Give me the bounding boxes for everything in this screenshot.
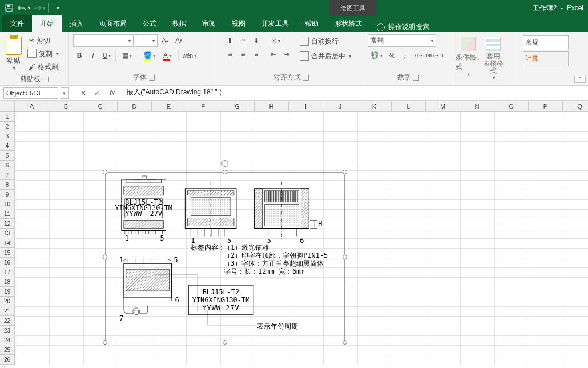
number-format-combo[interactable]: 常规▾ xyxy=(368,34,436,47)
tab-data[interactable]: 数据 xyxy=(164,15,194,32)
decrease-font-icon[interactable]: A▾ xyxy=(172,34,185,47)
col-header[interactable]: H xyxy=(255,101,289,112)
alignment-dialog-launcher[interactable] xyxy=(303,75,309,81)
align-center-icon[interactable]: ≡ xyxy=(237,48,249,61)
row-header[interactable]: 6 xyxy=(0,161,15,170)
row-header[interactable]: 13 xyxy=(0,229,15,238)
row-header[interactable]: 22 xyxy=(0,316,15,326)
paste-button[interactable]: 粘贴▾ xyxy=(2,34,25,73)
align-left-icon[interactable]: ≡ xyxy=(224,48,236,61)
increase-font-icon[interactable]: A▴ xyxy=(159,34,171,47)
row-header[interactable]: 12 xyxy=(0,219,15,229)
fx-icon[interactable]: fx xyxy=(110,89,115,97)
tab-help[interactable]: 帮助 xyxy=(297,15,327,32)
row-header[interactable]: 23 xyxy=(0,326,15,335)
font-color-button[interactable]: A▾ xyxy=(159,49,176,62)
col-header[interactable]: K xyxy=(357,101,392,112)
name-box-dropdown[interactable]: ▾ xyxy=(61,87,69,99)
decrease-indent-icon[interactable]: ⇤ xyxy=(267,48,280,61)
row-header[interactable]: 15 xyxy=(0,248,15,258)
align-middle-icon[interactable]: ≡ xyxy=(237,34,249,47)
row-header[interactable]: 17 xyxy=(0,267,15,277)
col-header[interactable]: N xyxy=(460,101,494,112)
col-header[interactable]: O xyxy=(494,101,529,112)
number-dialog-launcher[interactable] xyxy=(413,75,419,81)
underline-button[interactable]: U▾ xyxy=(100,49,113,62)
font-size-combo[interactable]: ▾ xyxy=(135,34,158,47)
row-header[interactable]: 16 xyxy=(0,258,15,267)
col-header[interactable]: G xyxy=(220,101,255,112)
cell-style-normal[interactable]: 常规 xyxy=(523,35,569,50)
increase-indent-icon[interactable]: ⇥ xyxy=(280,48,293,61)
row-header[interactable]: 20 xyxy=(0,297,15,306)
col-header[interactable]: E xyxy=(152,101,186,112)
accounting-format-icon[interactable]: 💱▾ xyxy=(368,49,385,62)
copy-button[interactable]: 复制▾ xyxy=(26,47,61,60)
tab-insert[interactable]: 插入 xyxy=(62,15,91,32)
col-header[interactable]: I xyxy=(289,101,323,112)
tab-view[interactable]: 视图 xyxy=(224,15,253,32)
cut-button[interactable]: ✂剪切 xyxy=(26,34,61,47)
row-header[interactable]: 8 xyxy=(0,180,15,190)
wrap-text-button[interactable]: 自动换行 xyxy=(296,34,355,48)
tab-file[interactable]: 文件 xyxy=(2,15,32,32)
row-header[interactable]: 9 xyxy=(0,190,15,199)
format-painter-button[interactable]: 🖌格式刷 xyxy=(26,61,61,73)
border-button[interactable]: ▦▾ xyxy=(118,49,135,62)
row-header[interactable]: 7 xyxy=(0,170,15,180)
row-header[interactable]: 25 xyxy=(0,345,15,355)
orientation-icon[interactable]: ⤭▾ xyxy=(267,34,284,47)
qat-customize-icon[interactable]: ▾ xyxy=(51,1,65,15)
row-header[interactable]: 21 xyxy=(0,306,15,316)
font-dialog-launcher[interactable] xyxy=(149,75,155,81)
clipboard-dialog-launcher[interactable] xyxy=(43,77,49,82)
row-header[interactable]: 24 xyxy=(0,335,15,345)
merge-center-button[interactable]: 合并后居中▾ xyxy=(296,49,355,63)
row-header[interactable]: 14 xyxy=(0,238,15,248)
undo-icon[interactable]: ▾ xyxy=(17,1,31,15)
col-header[interactable]: J xyxy=(323,101,357,112)
collapse-ribbon-icon[interactable]: ⌃ xyxy=(574,75,586,83)
col-header[interactable]: A xyxy=(15,101,49,112)
cell-style-calc[interactable]: 计算 xyxy=(523,51,569,66)
tab-home[interactable]: 开始 xyxy=(32,15,62,32)
align-top-icon[interactable]: ⬆ xyxy=(224,34,236,47)
bold-button[interactable]: B xyxy=(73,49,86,62)
font-name-combo[interactable]: ▾ xyxy=(73,34,134,47)
save-icon[interactable] xyxy=(2,1,16,15)
align-bottom-icon[interactable]: ⬇ xyxy=(250,34,263,47)
align-right-icon[interactable]: ≡ xyxy=(250,48,263,61)
embedded-object-selection[interactable]: BLJ15L-T2 YINGXING130-TM YYWW- 27V 1 5 xyxy=(105,172,345,342)
row-header[interactable]: 1 xyxy=(0,112,15,122)
col-header[interactable]: Q xyxy=(563,101,588,112)
decrease-decimal-icon[interactable]: .00→.0 xyxy=(429,49,441,62)
percent-icon[interactable]: % xyxy=(385,49,398,62)
row-header[interactable]: 5 xyxy=(0,151,15,161)
row-header[interactable]: 11 xyxy=(0,209,15,219)
select-all-corner[interactable] xyxy=(0,101,15,112)
col-header[interactable]: F xyxy=(186,101,220,112)
conditional-format-button[interactable]: 条件格式▾ xyxy=(456,34,481,77)
cancel-formula-icon[interactable]: ✕ xyxy=(76,87,90,99)
enter-formula-icon[interactable]: ✓ xyxy=(90,87,104,99)
col-header[interactable]: P xyxy=(529,101,563,112)
row-header[interactable]: 18 xyxy=(0,277,15,287)
name-box[interactable]: Object 5513 xyxy=(3,87,58,99)
row-header[interactable]: 26 xyxy=(0,355,15,365)
col-header[interactable]: M xyxy=(426,101,460,112)
tab-page-layout[interactable]: 页面布局 xyxy=(91,15,135,32)
comma-icon[interactable]: , xyxy=(398,49,411,62)
col-header[interactable]: C xyxy=(83,101,118,112)
tab-developer[interactable]: 开发工具 xyxy=(253,15,297,32)
tab-formulas[interactable]: 公式 xyxy=(135,15,164,32)
tab-review[interactable]: 审阅 xyxy=(194,15,224,32)
tell-me-search[interactable]: 操作说明搜索 xyxy=(377,22,429,32)
italic-button[interactable]: I xyxy=(87,49,99,62)
col-header[interactable]: L xyxy=(392,101,426,112)
row-header[interactable]: 10 xyxy=(0,199,15,209)
fill-color-button[interactable]: 🪣▾ xyxy=(140,49,158,62)
rotate-handle[interactable] xyxy=(221,160,228,167)
col-header[interactable]: B xyxy=(49,101,83,112)
row-header[interactable]: 19 xyxy=(0,287,15,297)
row-header[interactable]: 3 xyxy=(0,131,15,141)
